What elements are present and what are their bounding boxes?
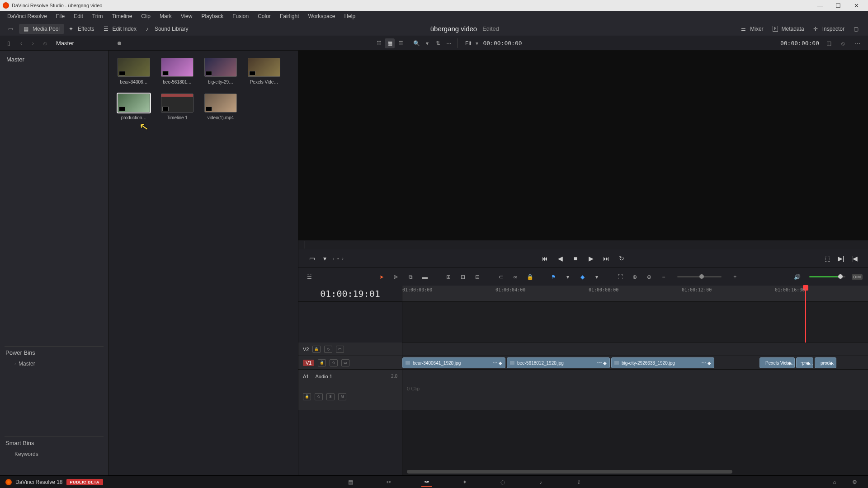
menu-help[interactable]: Help	[340, 12, 360, 21]
track-a1-mute-button[interactable]: M	[338, 393, 346, 400]
replace-icon[interactable]: ⊟	[472, 272, 483, 282]
track-body-v1[interactable]: bear-3400641_1920.jpg〰◆bee-5618012_1920.…	[402, 356, 868, 370]
bin-list-toggle[interactable]: ▯	[4, 38, 14, 48]
track-v1-auto-icon[interactable]: ◇	[330, 359, 338, 366]
nav-forward[interactable]: ›	[29, 40, 37, 47]
search-dropdown-icon[interactable]: ▾	[422, 38, 432, 48]
clip-item[interactable]: bear-34006…	[118, 58, 150, 84]
zoom-custom-icon[interactable]: ⊖	[644, 272, 655, 282]
menu-fairlight[interactable]: Fairlight	[275, 12, 304, 21]
effects-button[interactable]: ✦Effects	[64, 24, 99, 34]
track-v2-auto-icon[interactable]: ◇	[324, 346, 332, 353]
dual-viewer-icon[interactable]: ◫	[824, 38, 834, 48]
timeline-clip[interactable]: pro…〰◆	[796, 357, 813, 368]
metadata-button[interactable]: 🄼Metadata	[768, 24, 809, 34]
lock-icon[interactable]: 🔒	[524, 272, 535, 282]
panel-toggle-button[interactable]: ▭	[4, 24, 19, 34]
view-metadata-icon[interactable]: ☷	[374, 38, 384, 48]
smart-bin-keywords[interactable]: Keywords	[5, 449, 104, 459]
track-v1-lock-icon[interactable]: 🔒	[318, 359, 326, 366]
menu-clip[interactable]: Clip	[137, 12, 155, 21]
in-out-icon[interactable]: ⬚	[823, 254, 832, 263]
clip-thumbnail[interactable]	[204, 58, 237, 77]
page-color-icon[interactable]: ◌	[497, 478, 508, 487]
timeline-ruler[interactable]: 01:00:00:0001:00:04:0001:00:08:0001:00:1…	[402, 286, 868, 301]
zoom-full-icon[interactable]: ⛶	[615, 272, 626, 282]
clip-thumbnail[interactable]	[118, 58, 150, 77]
view-thumb-icon[interactable]: ▦	[385, 38, 395, 48]
page-fusion-icon[interactable]: ✦	[459, 478, 470, 487]
zoom-slider[interactable]	[677, 276, 722, 277]
viewer-mode-icon[interactable]: ▭	[307, 254, 316, 263]
clip-thumbnail[interactable]	[161, 58, 193, 77]
zoom-fit-label[interactable]: Fit	[465, 40, 471, 47]
breadcrumb[interactable]: Master	[52, 40, 78, 47]
menu-view[interactable]: View	[176, 12, 197, 21]
zoom-dropdown-icon[interactable]: ▾	[476, 40, 478, 47]
track-body-a1-header[interactable]	[402, 370, 868, 383]
clip-thumbnail[interactable]	[204, 94, 237, 113]
monitor-volume-icon[interactable]: 🔊	[792, 272, 803, 282]
volume-slider[interactable]	[809, 276, 845, 277]
menu-edit[interactable]: Edit	[69, 12, 88, 21]
trim-tool-icon[interactable]: ⫸	[391, 272, 401, 282]
menu-trim[interactable]: Trim	[88, 12, 108, 21]
selection-tool-icon[interactable]: ➤	[376, 272, 387, 282]
menu-color[interactable]: Color	[253, 12, 275, 21]
nav-back[interactable]: ‹	[17, 40, 25, 47]
menu-file[interactable]: File	[52, 12, 69, 21]
timeline-view-options-icon[interactable]: ☱	[304, 272, 315, 282]
search-icon[interactable]: 🔍	[411, 38, 421, 48]
timeline-clip[interactable]: bear-3400641_1920.jpg〰◆	[402, 357, 505, 368]
play-icon[interactable]: ▶	[586, 254, 595, 263]
prev-edit-icon[interactable]: |◀	[850, 254, 859, 263]
more-icon[interactable]: ⋯	[444, 38, 454, 48]
next-edit-icon[interactable]: ▶|	[836, 254, 845, 263]
edit-index-button[interactable]: ☰Edit Index	[99, 24, 141, 34]
clip-item[interactable]: big-city-29…	[204, 58, 237, 84]
bypass-icon[interactable]: ⦸	[838, 38, 848, 48]
view-list-icon[interactable]: ☰	[396, 38, 406, 48]
menu-playback[interactable]: Playback	[197, 12, 228, 21]
flag-dropdown[interactable]: ▾	[562, 272, 573, 282]
viewer-playhead[interactable]	[305, 241, 305, 249]
timeline-gap-area[interactable]	[402, 302, 868, 343]
timeline-h-scrollbar[interactable]	[407, 470, 732, 474]
track-body-a1[interactable]: 0 Clip	[402, 383, 868, 410]
marker-dropdown[interactable]: ▾	[591, 272, 602, 282]
timeline-clip[interactable]: Pexels Vide…〰◆	[760, 357, 795, 368]
timeline-clip[interactable]: big-city-2926633_1920.jpg〰◆	[611, 357, 714, 368]
maximize-button[interactable]: ☐	[829, 1, 847, 10]
viewer-scrubber[interactable]	[298, 240, 868, 249]
track-a1-arm-icon[interactable]: ◇	[315, 393, 323, 400]
track-v2-disable-icon[interactable]: ▭	[336, 346, 344, 353]
inspector-button[interactable]: ✛Inspector	[809, 24, 849, 34]
home-icon[interactable]: ⌂	[829, 478, 840, 487]
media-pool-grid[interactable]: bear-34006…bee-561801…big-city-29…Pexels…	[108, 51, 298, 475]
track-head-a1-controls[interactable]: 🔒 ◇ S M	[298, 383, 402, 410]
insert-icon[interactable]: ⊞	[443, 272, 454, 282]
page-fairlight-icon[interactable]: ♪	[535, 478, 546, 487]
stop-icon[interactable]: ■	[571, 254, 580, 263]
track-head-a1[interactable]: A1 Audio 1 2.0	[298, 370, 402, 383]
overwrite-icon[interactable]: ⊡	[458, 272, 468, 282]
smart-bins-header[interactable]: Smart Bins	[5, 436, 104, 449]
menu-fusion[interactable]: Fusion	[228, 12, 253, 21]
menu-timeline[interactable]: Timeline	[107, 12, 137, 21]
mixer-button[interactable]: ⚌Mixer	[736, 24, 768, 34]
track-a1-solo-button[interactable]: S	[326, 393, 335, 400]
close-button[interactable]: ✕	[847, 1, 865, 10]
page-deliver-icon[interactable]: ⇪	[573, 478, 584, 487]
track-a1-lock-icon[interactable]: 🔒	[303, 393, 311, 400]
viewer-canvas[interactable]	[298, 51, 868, 240]
clip-thumbnail[interactable]	[248, 58, 280, 77]
timeline-clip[interactable]: bee-5618012_1920.jpg〰◆	[507, 357, 610, 368]
zoom-in-icon[interactable]: +	[730, 272, 741, 282]
power-bin-master[interactable]: ›Master	[5, 359, 104, 369]
dim-button[interactable]: DIM	[852, 274, 863, 280]
link-icon[interactable]: ∞	[510, 272, 521, 282]
snap-icon[interactable]: ⊂	[495, 272, 506, 282]
page-cut-icon[interactable]: ✂	[383, 478, 394, 487]
track-v2-lock-icon[interactable]: 🔒	[312, 346, 321, 353]
sound-library-button[interactable]: ♪Sound Library	[141, 24, 193, 34]
